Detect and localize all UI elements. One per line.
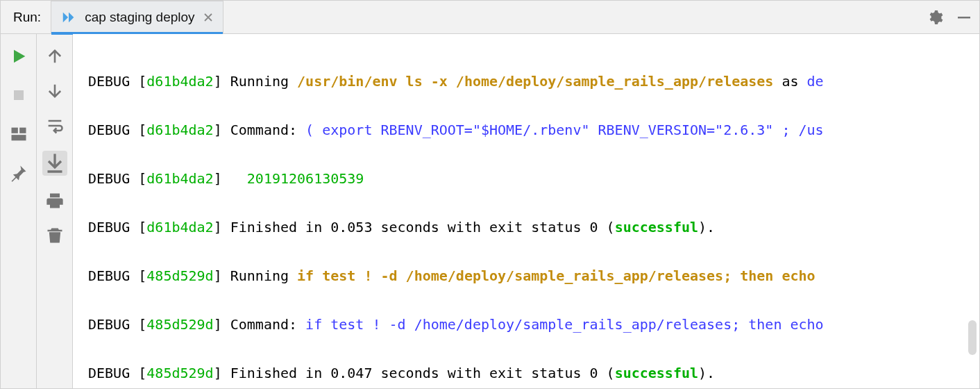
svg-rect-0 <box>958 17 970 19</box>
rerun-icon[interactable] <box>9 47 28 66</box>
minimize-icon[interactable] <box>956 9 972 26</box>
run-tool-header: Run: cap staging deploy <box>1 1 979 34</box>
console-output[interactable]: DEBUG [d61b4da2] Running /usr/bin/env ls… <box>73 34 979 389</box>
gear-icon[interactable] <box>927 9 943 26</box>
commit-hash: d61b4da2 <box>146 170 213 187</box>
log-level: DEBUG <box>88 365 130 381</box>
print-icon[interactable] <box>45 191 65 210</box>
run-toolbar-primary <box>1 34 37 389</box>
log-level: DEBUG <box>88 122 130 138</box>
double-play-icon <box>61 10 76 25</box>
commit-hash: 485d529d <box>146 316 213 333</box>
log-level: DEBUG <box>88 316 130 333</box>
close-tab-icon[interactable] <box>203 13 213 22</box>
running-cmd: if test ! -d /home/deploy/sample_rails_a… <box>297 267 824 284</box>
commit-hash: 485d529d <box>146 267 213 284</box>
svg-rect-3 <box>19 128 26 133</box>
down-arrow-icon[interactable] <box>45 81 65 101</box>
tab-label: cap staging deploy <box>85 10 194 25</box>
vertical-scrollbar-thumb[interactable] <box>968 320 977 355</box>
commit-hash: d61b4da2 <box>146 219 213 235</box>
log-level: DEBUG <box>88 219 130 235</box>
scroll-to-end-icon[interactable] <box>42 151 67 176</box>
trash-icon[interactable] <box>45 226 65 245</box>
stop-icon[interactable] <box>9 85 28 105</box>
command-text: if test ! -d /home/deploy/sample_rails_a… <box>305 316 824 333</box>
soft-wrap-icon[interactable] <box>45 116 65 135</box>
svg-rect-4 <box>11 135 26 140</box>
run-config-tab[interactable]: cap staging deploy <box>51 1 223 34</box>
command-text: ( export RBENV_ROOT="$HOME/.rbenv" RBENV… <box>305 122 824 138</box>
log-level: DEBUG <box>88 73 130 90</box>
log-level: DEBUG <box>88 170 130 187</box>
layout-icon[interactable] <box>9 124 28 144</box>
finished-text: Finished in 0.053 seconds with exit stat… <box>230 219 615 235</box>
running-cmd: /usr/bin/env ls -x /home/deploy/sample_r… <box>297 73 773 90</box>
svg-rect-1 <box>14 90 24 100</box>
run-label: Run: <box>1 10 51 25</box>
svg-rect-2 <box>11 128 17 133</box>
commit-hash: d61b4da2 <box>146 73 213 90</box>
success-badge: successful <box>615 219 698 235</box>
release-timestamp: 20191206130539 <box>247 170 364 187</box>
up-arrow-icon[interactable] <box>45 47 65 66</box>
horizontal-scrollbar[interactable] <box>176 374 952 383</box>
log-level: DEBUG <box>88 267 130 284</box>
pin-icon[interactable] <box>9 163 28 183</box>
commit-hash: d61b4da2 <box>146 122 213 138</box>
run-toolbar-secondary <box>37 34 73 389</box>
